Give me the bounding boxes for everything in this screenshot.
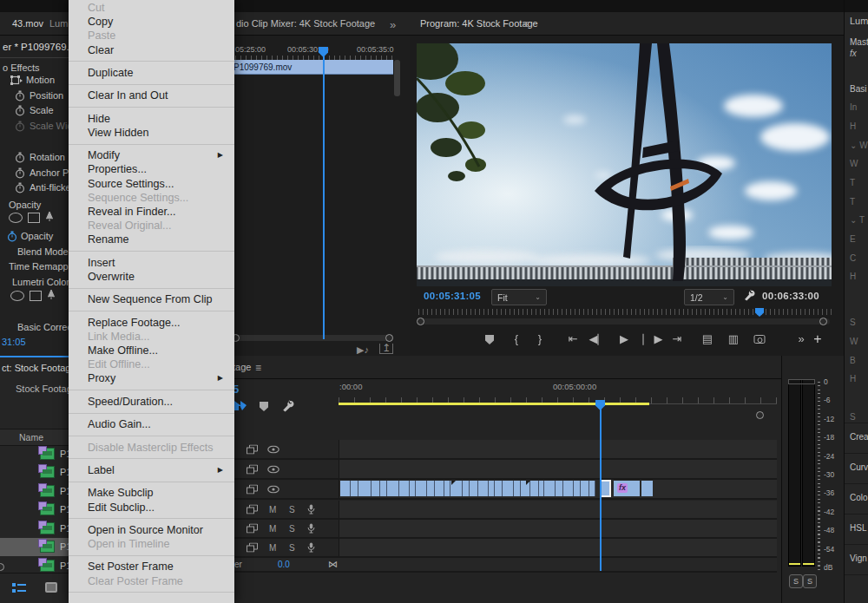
menu-item-insert[interactable]: Insert <box>69 256 234 270</box>
lumetri-item-h[interactable]: H <box>850 121 856 131</box>
lumetri-item-e[interactable]: E <box>850 234 856 244</box>
lumetri-item-t[interactable]: ⌄ T <box>850 215 865 225</box>
lumetri-item-colo[interactable]: Colo <box>850 493 868 502</box>
lumetri-item-basi[interactable]: Basi <box>850 84 866 94</box>
playback-resolution-select[interactable]: 1/2 ⌄ <box>684 289 734 305</box>
pen-mask-icon[interactable] <box>47 290 56 299</box>
add-button-icon[interactable]: + <box>813 328 821 351</box>
program-scroll-knob-right[interactable] <box>819 318 827 325</box>
lumetri-item-t[interactable]: T <box>850 197 855 206</box>
timeline-clip[interactable] <box>589 481 595 496</box>
lumetri-item-s[interactable]: S <box>850 318 856 327</box>
export-icon[interactable]: ↥ <box>379 344 393 354</box>
timeline-clip[interactable] <box>514 481 521 496</box>
program-mini-ruler[interactable] <box>418 309 832 315</box>
menu-item-disable-masterclip-effects[interactable]: Disable Masterclip Effects <box>69 441 234 455</box>
icon-view-icon[interactable] <box>45 582 57 593</box>
mic-icon[interactable] <box>307 523 315 534</box>
pen-mask-icon[interactable] <box>45 212 54 221</box>
mixer-hscroll-knob-right[interactable] <box>385 334 393 342</box>
transform-icon[interactable] <box>10 75 23 86</box>
sync-lock-icon[interactable] <box>247 444 258 454</box>
timeline-clip[interactable] <box>581 481 589 496</box>
timeline-clip[interactable] <box>387 481 399 496</box>
ellipse-mask-icon[interactable] <box>10 291 24 301</box>
program-scrollbar[interactable] <box>420 318 830 324</box>
stopwatch-icon[interactable] <box>7 231 17 242</box>
menu-item-open-in-timeline[interactable]: Open in Timeline <box>69 537 234 551</box>
lumetri-item-vign[interactable]: Vign <box>850 554 867 563</box>
program-playhead-marker[interactable] <box>755 308 764 317</box>
timeline-clip-fx[interactable]: fx <box>614 481 640 496</box>
menu-item-audio-gain[interactable]: Audio Gain... <box>69 417 234 431</box>
timeline-clip[interactable] <box>427 481 435 496</box>
timeline-clip[interactable] <box>340 481 351 496</box>
timeline-clip[interactable] <box>463 481 470 496</box>
more-icon[interactable]: » <box>798 328 804 351</box>
timeline-scroll-knob[interactable] <box>756 411 764 419</box>
menu-item-hide[interactable]: Hide <box>69 112 234 126</box>
timeline-clip[interactable] <box>495 481 503 496</box>
lumetri-item-curv[interactable]: Curv <box>850 462 868 472</box>
mic-icon[interactable] <box>307 542 315 553</box>
stopwatch-icon[interactable] <box>15 90 25 102</box>
lumetri-item-w[interactable]: ⌄ W <box>850 141 868 150</box>
panel-menu-icon[interactable]: ≡ <box>523 18 529 30</box>
menu-item-clear-poster-frame[interactable]: Clear Poster Frame <box>69 574 234 588</box>
menu-item-open-in-source-monitor[interactable]: Open in Source Monitor <box>69 523 234 537</box>
menu-item-duplicate[interactable]: Duplicate <box>69 66 234 80</box>
timeline-clip[interactable] <box>503 481 514 496</box>
lumetri-item-lum[interactable]: Lum <box>850 16 868 26</box>
lumetri-item-b[interactable]: B <box>850 356 856 365</box>
lift-icon[interactable]: ▤ <box>702 328 713 351</box>
mixer-hscrollbar[interactable] <box>233 335 393 341</box>
solo-button[interactable]: S <box>289 524 295 534</box>
export-frame-icon[interactable] <box>754 328 766 351</box>
rect-mask-icon[interactable] <box>30 291 42 301</box>
timeline-clip[interactable] <box>556 481 563 496</box>
mark-in-icon[interactable]: { <box>515 328 518 351</box>
panel-menu-icon[interactable]: ≡ <box>255 362 261 374</box>
lumetri-item-fx[interactable]: fx <box>850 49 857 58</box>
lumetri-item-in[interactable]: In <box>850 102 857 112</box>
snap-icon[interactable] <box>233 398 247 412</box>
timeline-playhead[interactable] <box>600 401 602 571</box>
menu-item-reveal-in-finder[interactable]: Reveal in Finder... <box>69 205 234 219</box>
mic-icon[interactable] <box>307 504 315 515</box>
menu-item-new-sequence-from-clip[interactable]: New Sequence From Clip <box>69 292 234 306</box>
timeline-clip[interactable] <box>544 481 556 496</box>
timeline-clip[interactable] <box>489 481 495 496</box>
track-output-eye-icon[interactable] <box>267 485 279 493</box>
go-to-out-icon[interactable]: ⇥ <box>673 328 682 351</box>
timeline-clip[interactable] <box>399 481 410 496</box>
menu-item-speed-duration[interactable]: Speed/Duration... <box>69 395 234 409</box>
menu-item-cut[interactable]: Cut <box>69 1 234 15</box>
menu-item-replace-footage[interactable]: Replace Footage... <box>69 316 234 330</box>
lumetri-item-h[interactable]: H <box>850 374 856 383</box>
menu-item-make-offline[interactable]: Make Offline... <box>69 344 234 357</box>
program-current-timecode[interactable]: 00:05:31:05 <box>424 291 481 301</box>
timeline-clip[interactable] <box>410 481 416 496</box>
lumetri-item-mast[interactable]: Mast <box>850 37 868 47</box>
timeline-clip[interactable] <box>470 481 478 496</box>
tab-audio-clip-mixer[interactable]: dio Clip Mixer: 4K Stock Footage <box>236 18 375 29</box>
column-header-name[interactable]: Name <box>19 432 43 442</box>
menu-item-clear[interactable]: Clear <box>69 43 234 57</box>
menu-item-paste[interactable]: Paste <box>69 29 234 43</box>
track-output-eye-icon[interactable] <box>267 465 279 473</box>
timeline-clip[interactable] <box>372 481 380 496</box>
stopwatch-icon[interactable] <box>15 105 25 116</box>
menu-item-edit-subclip[interactable]: Edit Subclip... <box>69 501 234 515</box>
menu-item-clear-in-and-out[interactable]: Clear In and Out <box>69 88 234 102</box>
stopwatch-icon[interactable] <box>15 167 25 179</box>
timeline-clip[interactable] <box>478 481 489 496</box>
timeline-clip[interactable] <box>435 481 444 496</box>
tab-program[interactable]: Program: 4K Stock Footage <box>420 18 538 29</box>
extract-icon[interactable]: ▥ <box>728 328 739 351</box>
menu-item-copy[interactable]: Copy <box>69 15 234 29</box>
tab-lumetri-scopes[interactable]: Lum <box>49 18 68 29</box>
program-scroll-knob-left[interactable] <box>417 318 424 325</box>
timeline-clip[interactable] <box>574 481 581 496</box>
panel-overflow-icon[interactable]: » <box>390 18 396 31</box>
solo-button[interactable]: S <box>289 505 295 515</box>
